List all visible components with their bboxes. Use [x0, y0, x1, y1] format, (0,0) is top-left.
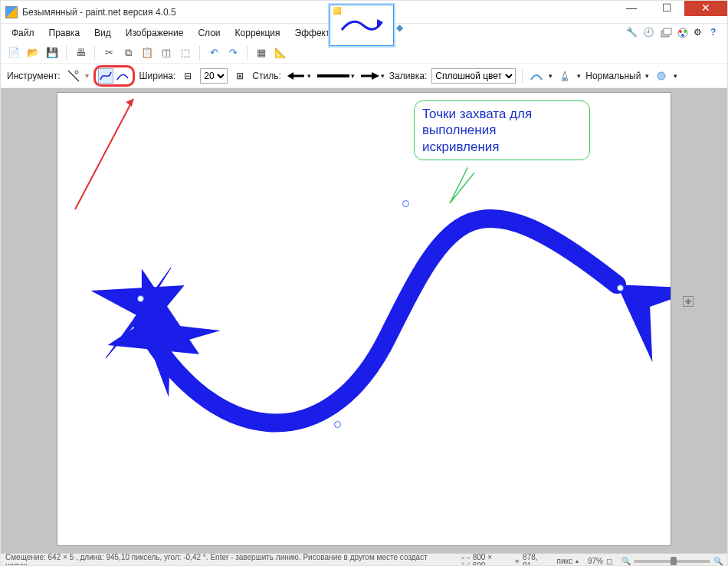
blend-mode-label[interactable]: Нормальный: [585, 71, 641, 81]
copy-button[interactable]: ⧉: [121, 46, 135, 60]
workspace: ✥ Точки захвата для выполнения искривлен…: [1, 88, 727, 553]
minimize-button[interactable]: —: [614, 0, 649, 16]
status-zoom[interactable]: 97% ◻: [588, 557, 612, 565]
menu-layers[interactable]: Слои: [192, 26, 226, 40]
width-label: Ширина:: [139, 71, 176, 81]
new-button[interactable]: 📄: [7, 46, 21, 60]
cut-button[interactable]: ✂: [102, 46, 116, 60]
blend-icon[interactable]: [557, 68, 572, 84]
line-end-style[interactable]: ▾: [359, 71, 385, 81]
svg-rect-10: [563, 77, 566, 81]
tool-options-bar: Инструмент: ▾ Ширина: ⊟ 20 ⊞ Стиль: ▾ ▾ …: [1, 64, 727, 88]
zoom-out-button[interactable]: 🔍: [621, 557, 631, 565]
antialias-button[interactable]: [529, 68, 544, 84]
width-decrease-button[interactable]: ⊟: [180, 68, 195, 84]
menu-image[interactable]: Изображение: [120, 26, 190, 40]
curve-handle[interactable]: [402, 200, 409, 207]
drawn-curve[interactable]: [57, 93, 671, 545]
curve-handle[interactable]: [617, 285, 624, 291]
svg-point-5: [681, 34, 684, 37]
line-start-style[interactable]: ▾: [286, 71, 311, 81]
zoom-slider[interactable]: [634, 560, 710, 563]
undo-button[interactable]: ↶: [207, 46, 221, 60]
colors-window-icon[interactable]: [677, 27, 689, 39]
status-size: ⛶ 800 × 600: [462, 553, 506, 567]
window-title: Безымянный - paint.net версия 4.0.5: [22, 7, 176, 18]
fill-label: Заливка:: [389, 71, 428, 81]
curve-type-highlight: [93, 65, 135, 87]
move-handle[interactable]: ✥: [683, 296, 694, 307]
svg-point-6: [75, 71, 78, 74]
paste-button[interactable]: 📋: [140, 46, 154, 60]
cursor-icon: ⌖: [515, 557, 520, 566]
status-position: ⌖ 878, 91: [515, 553, 547, 567]
callout-text-3: искривления: [422, 139, 582, 155]
layers-window-icon[interactable]: [660, 27, 672, 39]
pin-icon[interactable]: ◆: [396, 22, 407, 33]
callout-tail: [448, 166, 479, 212]
ruler-button[interactable]: 📐: [274, 46, 287, 60]
svg-point-4: [684, 30, 687, 33]
canvas[interactable]: ✥ Точки захвата для выполнения искривлен…: [57, 93, 671, 545]
status-hint: Смещение: 642 × 5 , длина: 945,10 пиксел…: [5, 553, 444, 567]
annotation-callout: Точки захвата для выполнения искривления: [414, 100, 590, 160]
fill-select[interactable]: Сплошной цвет: [431, 68, 516, 84]
callout-text-1: Точки захвата для: [422, 106, 582, 122]
selection-mode-icon[interactable]: [654, 68, 669, 84]
zoom-window-icon[interactable]: ◻: [606, 557, 612, 565]
help-icon[interactable]: ?: [710, 27, 723, 39]
svg-point-11: [657, 72, 665, 80]
print-button[interactable]: 🖶: [74, 46, 87, 60]
style-label: Стиль:: [252, 71, 280, 81]
bezier-curve-button[interactable]: [115, 68, 130, 84]
redo-button[interactable]: ↷: [226, 46, 240, 60]
menu-edit[interactable]: Правка: [43, 26, 87, 40]
svg-rect-1: [664, 28, 671, 35]
dropdown-arrow-icon[interactable]: ▾: [85, 71, 89, 80]
tool-dropdown[interactable]: [65, 68, 80, 84]
curve-handle[interactable]: [334, 421, 341, 428]
callout-text-2: выполнения: [422, 122, 582, 138]
menu-file[interactable]: Файл: [5, 26, 41, 40]
maximize-button[interactable]: ☐: [649, 0, 684, 16]
app-icon: [5, 6, 18, 18]
curve-handle[interactable]: [137, 295, 144, 302]
menu-adjust[interactable]: Коррекция: [229, 26, 287, 40]
settings-icon[interactable]: ⚙: [694, 27, 706, 39]
line-dash-style[interactable]: ▾: [316, 71, 355, 81]
save-button[interactable]: 💾: [45, 46, 59, 60]
width-increase-button[interactable]: ⊞: [232, 68, 248, 84]
deselect-button[interactable]: ⬚: [179, 46, 192, 60]
crop-button[interactable]: ◫: [159, 46, 173, 60]
status-unit[interactable]: пикс ▴: [556, 557, 579, 565]
spline-curve-button[interactable]: [98, 68, 113, 84]
tool-label: Инструмент:: [7, 71, 61, 81]
svg-point-3: [679, 30, 682, 33]
width-select[interactable]: 20: [200, 68, 228, 84]
zoom-in-button[interactable]: 🔍: [713, 557, 723, 565]
image-thumbnail[interactable]: ◆: [330, 5, 394, 46]
history-window-icon[interactable]: 🕘: [643, 27, 655, 39]
status-bar: Смещение: 642 × 5 , длина: 945,10 пиксел…: [1, 553, 727, 566]
grid-button[interactable]: ▦: [254, 46, 268, 60]
close-button[interactable]: ✕: [684, 0, 727, 16]
open-button[interactable]: 📂: [26, 46, 40, 60]
tools-window-icon[interactable]: 🔧: [626, 27, 638, 39]
menu-view[interactable]: Вид: [88, 26, 117, 40]
size-icon: ⛶: [462, 557, 470, 565]
